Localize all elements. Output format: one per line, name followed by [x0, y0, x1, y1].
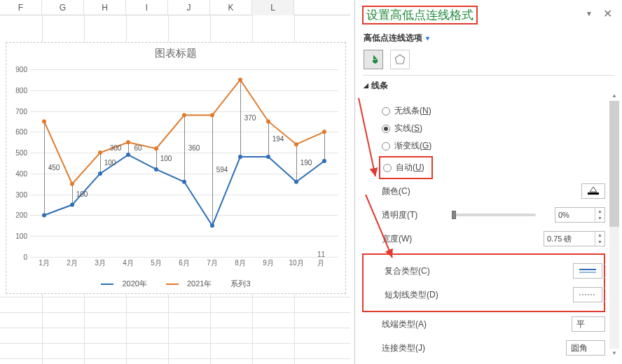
- pane-options-link[interactable]: 高低点连线选项 ▾: [364, 33, 429, 43]
- svg-point-11: [42, 119, 46, 123]
- dash-type-picker[interactable]: ▼: [573, 287, 602, 302]
- legend-2020: 2020年: [122, 279, 146, 288]
- prop-width: 宽度(W) 0.75 磅▲▼: [362, 227, 605, 251]
- col-f[interactable]: F: [0, 0, 42, 15]
- spreadsheet-column-header: F G H I J K L: [0, 0, 350, 15]
- col-i[interactable]: I: [126, 0, 168, 15]
- svg-point-9: [294, 180, 298, 184]
- format-pane: 设置高低点连线格式 ▼ ✕ 高低点连线选项 ▾ ◢线条 无线条(N) 实线(S)…: [354, 0, 622, 364]
- svg-point-10: [322, 159, 326, 163]
- prop-color: 颜色(C) ▼: [362, 179, 605, 203]
- compound-type-picker[interactable]: ▼: [573, 263, 602, 279]
- col-g[interactable]: G: [42, 0, 84, 15]
- prop-cap: 线端类型(A) 平▼: [362, 312, 605, 336]
- pane-scrollbar[interactable]: ▲ ▼: [609, 91, 619, 358]
- color-picker[interactable]: ▼: [581, 183, 605, 199]
- section-line[interactable]: ◢线条: [355, 76, 622, 94]
- col-h[interactable]: H: [84, 0, 126, 15]
- svg-point-13: [98, 150, 102, 155]
- legend-series3: 系列3: [230, 279, 250, 288]
- embedded-chart[interactable]: 图表标题 01002003004005006007008009001月2月3月4…: [6, 42, 346, 294]
- radio-gradient-line[interactable]: 渐变线(G): [362, 137, 605, 155]
- svg-point-7: [238, 155, 242, 159]
- col-l[interactable]: L: [252, 0, 294, 15]
- svg-marker-22: [395, 55, 405, 64]
- opacity-slider[interactable]: [452, 214, 536, 216]
- svg-point-18: [238, 78, 242, 82]
- svg-point-15: [154, 146, 158, 150]
- svg-point-4: [154, 167, 158, 172]
- legend-2021: 2021年: [187, 279, 212, 288]
- chart-legend[interactable]: 2020年 2021年 系列3: [6, 279, 345, 289]
- join-type-picker[interactable]: 圆角▼: [566, 340, 605, 356]
- svg-point-16: [182, 113, 186, 118]
- chart-plot-area[interactable]: 01002003004005006007008009001月2月3月4月5月6月…: [30, 69, 338, 257]
- prop-opacity: 透明度(T) 0%▲▼: [362, 203, 605, 227]
- pane-close-icon[interactable]: ✕: [603, 7, 612, 20]
- svg-point-2: [98, 172, 102, 176]
- svg-point-6: [210, 223, 214, 227]
- svg-point-14: [126, 140, 130, 144]
- svg-point-19: [266, 119, 270, 123]
- pane-options-dropdown-icon[interactable]: ▼: [586, 10, 593, 18]
- svg-rect-23: [588, 192, 599, 195]
- fill-line-tab-icon[interactable]: [364, 50, 383, 69]
- col-k[interactable]: K: [210, 0, 252, 15]
- effects-tab-icon[interactable]: [390, 50, 410, 69]
- svg-point-20: [294, 142, 298, 146]
- pane-title: 设置高低点连线格式: [362, 6, 478, 24]
- radio-auto-line[interactable]: 自动(U): [382, 159, 426, 176]
- chart-title[interactable]: 图表标题: [6, 43, 345, 60]
- svg-point-8: [266, 155, 270, 159]
- cap-type-picker[interactable]: 平▼: [572, 316, 605, 332]
- svg-point-3: [126, 153, 130, 157]
- svg-point-12: [70, 182, 74, 186]
- prop-compound: 复合类型(C) ▼: [365, 259, 602, 283]
- svg-point-17: [210, 113, 214, 118]
- prop-dash: 短划线类型(D) ▼: [365, 283, 602, 307]
- width-value[interactable]: 0.75 磅▲▼: [544, 231, 605, 246]
- col-j[interactable]: J: [168, 0, 210, 15]
- radio-solid-line[interactable]: 实线(S): [362, 120, 605, 137]
- svg-point-1: [70, 203, 74, 207]
- highlight-compound-dash: 复合类型(C) ▼ 短划线类型(D) ▼: [362, 253, 605, 312]
- svg-point-21: [322, 130, 326, 134]
- radio-no-line[interactable]: 无线条(N): [362, 102, 605, 120]
- svg-point-0: [42, 213, 46, 217]
- svg-point-5: [182, 180, 186, 184]
- prop-join: 连接类型(J) 圆角▼: [362, 336, 605, 360]
- opacity-value[interactable]: 0%▲▼: [555, 207, 605, 223]
